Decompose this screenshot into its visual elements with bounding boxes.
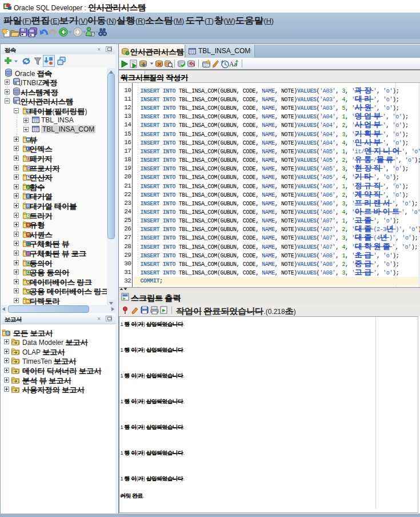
svg-text:T: T [27, 224, 30, 227]
